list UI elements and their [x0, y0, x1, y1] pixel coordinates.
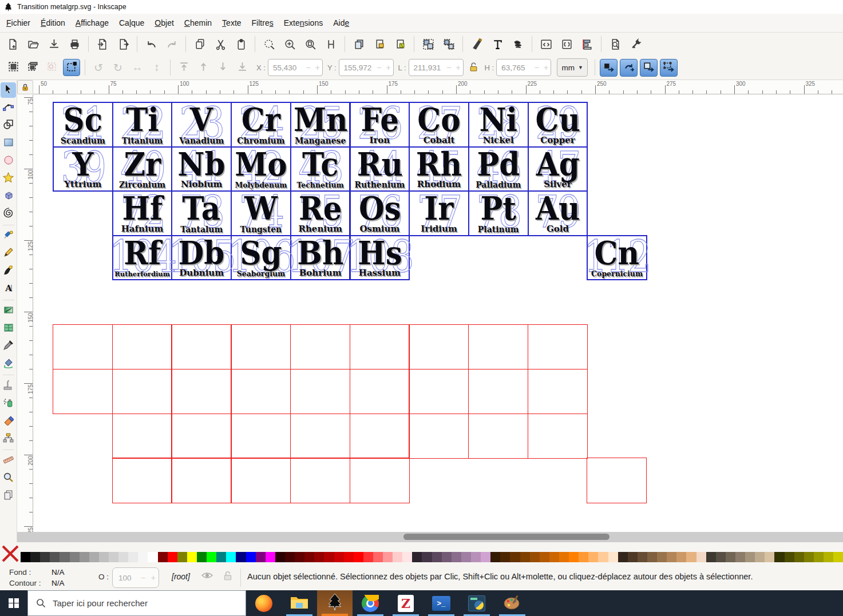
color-swatch[interactable] — [158, 552, 168, 562]
y-increment[interactable]: + — [383, 63, 393, 72]
red-grid-cell[interactable] — [409, 324, 469, 369]
unlink-clone-button[interactable] — [390, 34, 410, 54]
red-grid-cell[interactable] — [171, 414, 231, 459]
element-cell-hs[interactable]: 108 Hs Hassium — [350, 235, 410, 281]
red-grid-cell[interactable] — [112, 414, 172, 459]
star-tool[interactable] — [1, 171, 16, 186]
color-swatch[interactable] — [774, 552, 784, 562]
start-button[interactable] — [0, 590, 27, 616]
color-swatch[interactable] — [794, 552, 804, 562]
menu-chemin[interactable]: Chemin — [179, 15, 217, 31]
text-tool[interactable]: A — [1, 281, 16, 297]
color-swatch[interactable] — [667, 552, 676, 562]
paint-bucket-tool[interactable] — [1, 356, 16, 372]
color-swatch[interactable] — [785, 552, 794, 562]
color-swatch[interactable] — [559, 552, 569, 562]
element-cell-zr[interactable]: 40 Zr Zirconium — [112, 146, 173, 192]
red-grid-cell[interactable] — [231, 369, 291, 414]
element-cell-os[interactable]: 76 Os Osmium — [350, 190, 410, 236]
color-swatch[interactable] — [138, 552, 148, 562]
color-swatch[interactable] — [579, 552, 588, 562]
opacity-decrement[interactable]: − — [138, 573, 148, 582]
color-swatch[interactable] — [824, 552, 833, 562]
color-swatch[interactable] — [40, 552, 50, 562]
find-button[interactable] — [605, 34, 626, 54]
color-swatch[interactable] — [422, 552, 432, 562]
red-grid-cell[interactable] — [112, 324, 172, 369]
flip-vertical-button[interactable]: ↕ — [148, 59, 165, 76]
red-grid-cell[interactable] — [350, 324, 410, 369]
lower-button[interactable] — [214, 59, 231, 76]
element-cell-ta[interactable]: 73 Ta Tantalum — [171, 190, 232, 236]
element-cell-sc[interactable]: 21 Sc Scandium — [53, 102, 113, 148]
l-increment[interactable]: + — [453, 63, 462, 72]
color-swatch[interactable] — [716, 552, 726, 562]
color-swatch[interactable] — [432, 552, 442, 562]
element-cell-rh[interactable]: 45 Rh Rhodium — [409, 146, 469, 192]
red-grid-cell[interactable] — [112, 369, 172, 414]
color-swatch[interactable] — [177, 552, 187, 562]
color-swatch[interactable] — [765, 552, 774, 562]
red-grid-cell[interactable] — [112, 458, 172, 503]
color-swatch[interactable] — [383, 552, 393, 562]
color-swatch[interactable] — [676, 552, 686, 562]
color-swatch[interactable] — [216, 552, 226, 562]
taskbar-explorer[interactable] — [282, 590, 317, 616]
save-button[interactable] — [43, 34, 64, 54]
element-cell-ir[interactable]: 77 Ir Iridium — [409, 190, 469, 236]
selector-tool[interactable] — [1, 82, 16, 98]
dropper-tool[interactable] — [1, 339, 16, 354]
element-cell-au[interactable]: 79 Au Gold — [528, 190, 588, 236]
element-cell-bh[interactable]: 107 Bh Bohrium — [290, 235, 351, 281]
red-grid-cell[interactable] — [53, 324, 113, 369]
taskbar-firefox[interactable] — [246, 590, 282, 616]
color-swatch[interactable] — [304, 552, 314, 562]
red-grid-cell[interactable] — [53, 369, 113, 414]
rotate-cw-button[interactable]: ↻ — [109, 59, 126, 76]
flip-horizontal-button[interactable]: ↔ — [129, 59, 146, 76]
element-cell-re[interactable]: 75 Re Rhenium — [290, 190, 351, 236]
red-grid-cell[interactable] — [171, 369, 231, 414]
rotate-transform-toggle[interactable] — [620, 59, 638, 77]
color-swatch[interactable] — [148, 552, 157, 562]
red-grid-cell[interactable] — [290, 324, 350, 369]
toggle-bounding-box-button[interactable] — [63, 59, 80, 76]
color-swatch[interactable] — [354, 552, 363, 562]
new-document-button[interactable] — [2, 34, 23, 54]
color-swatch[interactable] — [412, 552, 422, 562]
node-editor-tool[interactable] — [1, 100, 16, 116]
color-swatch[interactable] — [500, 552, 510, 562]
spiral-tool[interactable] — [1, 206, 16, 222]
taskbar-inkscape[interactable] — [317, 590, 353, 616]
no-color-swatch[interactable] — [1, 545, 19, 563]
color-swatch[interactable] — [490, 552, 500, 562]
horizontal-scrollbar[interactable] — [17, 532, 843, 542]
pen-tool[interactable] — [1, 228, 16, 244]
red-grid-cell[interactable] — [409, 369, 469, 414]
redo-button[interactable] — [161, 34, 182, 54]
y-decrement[interactable]: − — [374, 63, 383, 72]
zoom-selection-button[interactable] — [259, 34, 279, 54]
red-grid-cell[interactable] — [171, 458, 231, 503]
color-swatch[interactable] — [706, 552, 716, 562]
vertical-ruler[interactable]: 75100125150175200225 — [17, 94, 33, 532]
taskbar-chrome[interactable] — [353, 590, 388, 616]
color-swatch[interactable] — [549, 552, 559, 562]
element-cell-ag[interactable]: 47 Ag Silver — [528, 146, 588, 192]
color-swatch[interactable] — [256, 552, 266, 562]
h-increment[interactable]: + — [541, 63, 551, 72]
layer-visibility-icon[interactable] — [201, 571, 213, 580]
menu-fichier[interactable]: Fichier — [1, 15, 35, 31]
undo-button[interactable] — [141, 34, 161, 54]
horizontal-ruler[interactable]: 5075100125150175200225250275300325 — [33, 80, 843, 94]
color-swatch[interactable] — [275, 552, 285, 562]
x-spinbox[interactable]: 55,430 − + — [268, 59, 323, 76]
export-button[interactable] — [113, 34, 133, 54]
red-grid-cell[interactable] — [231, 414, 291, 459]
shape-builder-tool[interactable] — [1, 118, 16, 133]
color-swatch[interactable] — [588, 552, 598, 562]
color-swatch[interactable] — [207, 552, 216, 562]
raise-button[interactable] — [195, 59, 212, 76]
document-properties-button[interactable] — [556, 34, 577, 54]
color-swatch[interactable] — [520, 552, 530, 562]
